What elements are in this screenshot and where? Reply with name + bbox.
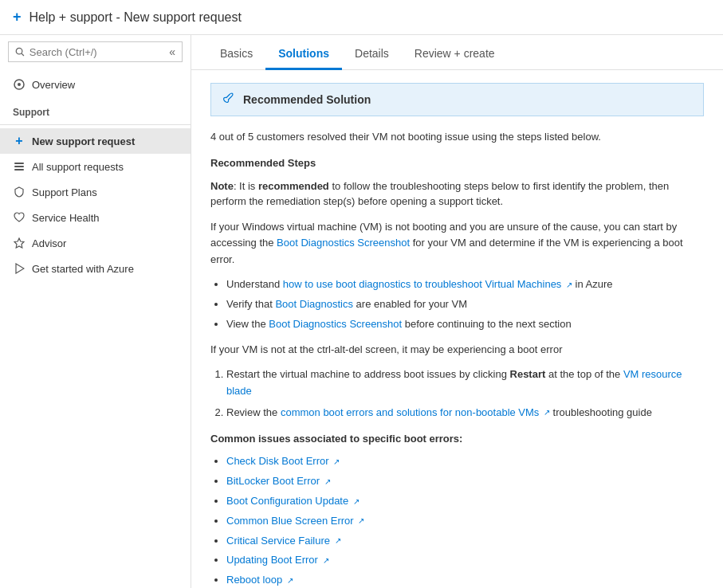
recommended-bold: recommended [258, 180, 329, 192]
ext-icon-7: ↗ [335, 536, 341, 545]
ext-icon-4: ↗ [324, 477, 331, 486]
svg-marker-7 [14, 238, 24, 248]
support-plans-icon [13, 186, 26, 198]
check-disk-item: Check Disk Boot Error ↗ [226, 453, 704, 470]
boot-diagnostics-link[interactable]: Boot Diagnostics [275, 298, 353, 310]
reboot-loop-item: Reboot loop ↗ [226, 572, 704, 588]
search-icon [15, 46, 25, 57]
boot-config-item: Boot Configuration Update ↗ [226, 493, 704, 510]
tab-solutions[interactable]: Solutions [265, 39, 342, 70]
para1: If your Windows virtual machine (VM) is … [210, 219, 704, 269]
sidebar-item-get-started[interactable]: Get started with Azure [0, 256, 191, 281]
blue-screen-link[interactable]: Common Blue Screen Error [226, 515, 354, 527]
ordered-list: Restart the virtual machine to address b… [226, 367, 704, 421]
search-box[interactable]: « [8, 41, 183, 62]
sidebar-label-support-plans: Support Plans [32, 186, 97, 198]
steps-heading: Recommended Steps [210, 155, 704, 172]
svg-rect-5 [14, 166, 24, 167]
search-input[interactable] [29, 46, 164, 58]
sidebar-label-overview: Overview [32, 79, 75, 91]
bullet-3: View the Boot Diagnostics Screenshot bef… [226, 316, 704, 333]
all-support-icon [13, 160, 26, 173]
collapse-icon[interactable]: « [169, 45, 175, 58]
svg-line-1 [22, 53, 24, 56]
sidebar: « Overview Support + New support request… [0, 35, 191, 588]
sidebar-label-all-support: All support requests [32, 161, 124, 173]
recommended-solution-banner: Recommended Solution [210, 83, 704, 116]
sidebar-item-new-support[interactable]: + New support request [0, 128, 191, 154]
vm-resource-blade-link[interactable]: VM resource blade [226, 368, 682, 397]
ext-icon-8: ↗ [323, 556, 329, 565]
bitlocker-item: BitLocker Boot Error ↗ [226, 473, 704, 490]
list-svg [14, 161, 25, 172]
play-svg [14, 263, 25, 274]
wrench-svg [222, 92, 235, 104]
sidebar-item-service-health[interactable]: Service Health [0, 205, 191, 230]
advisor-icon [13, 237, 26, 249]
svg-rect-4 [14, 163, 24, 164]
overview-icon [13, 78, 26, 91]
common-issues-heading: Common issues associated to specific boo… [210, 431, 704, 448]
tab-details[interactable]: Details [342, 39, 402, 70]
svg-rect-6 [14, 169, 24, 171]
divider [0, 124, 191, 125]
boot-diagnostics-screenshot-link2[interactable]: Boot Diagnostics Screenshot [269, 318, 402, 330]
ext-icon-9: ↗ [287, 576, 293, 585]
tab-basics[interactable]: Basics [207, 39, 265, 70]
ext-icon-6: ↗ [358, 516, 364, 525]
bullet-1: Understand how to use boot diagnostics t… [226, 276, 704, 293]
updating-boot-item: Updating Boot Error ↗ [226, 552, 704, 569]
common-issues-list: Check Disk Boot Error ↗ BitLocker Boot E… [226, 453, 704, 588]
star-svg [14, 237, 25, 249]
intro-text: 4 out of 5 customers resolved their VM n… [210, 129, 704, 146]
boot-diagnostics-troubleshoot-link[interactable]: how to use boot diagnostics to troublesh… [283, 278, 562, 290]
tabs-bar: Basics Solutions Details Review + create [191, 35, 723, 70]
boot-config-link[interactable]: Boot Configuration Update [226, 495, 348, 507]
ordered-item-2: Review the common boot errors and soluti… [226, 405, 704, 421]
overview-svg [14, 79, 25, 90]
shield-svg [14, 186, 25, 198]
updating-boot-link[interactable]: Updating Boot Error [226, 554, 318, 566]
sidebar-label-new-support: New support request [32, 135, 135, 147]
azure-icon: + [13, 9, 22, 25]
content-area: Basics Solutions Details Review + create… [191, 35, 723, 588]
bullet-2: Verify that Boot Diagnostics are enabled… [226, 296, 704, 313]
heart-svg [14, 212, 25, 223]
svg-marker-8 [16, 264, 24, 273]
reboot-loop-link[interactable]: Reboot loop [226, 574, 282, 586]
critical-service-item: Critical Service Failure ↗ [226, 533, 704, 550]
sidebar-label-advisor: Advisor [32, 237, 66, 249]
sidebar-item-overview[interactable]: Overview [0, 72, 191, 97]
sidebar-item-all-support[interactable]: All support requests [0, 154, 191, 179]
para2: If your VM is not at the ctrl-alt-del sc… [210, 342, 704, 359]
sidebar-item-support-plans[interactable]: Support Plans [0, 179, 191, 205]
critical-service-link[interactable]: Critical Service Failure [226, 535, 330, 547]
content-scroll[interactable]: Recommended Solution 4 out of 5 customer… [191, 70, 723, 588]
page-title: Help + support - New support request [29, 10, 242, 25]
bullets-list-1: Understand how to use boot diagnostics t… [226, 276, 704, 332]
boot-diagnostics-screenshot-link1[interactable]: Boot Diagnostics Screenshot [277, 237, 410, 249]
ext-icon-3: ↗ [333, 457, 340, 466]
tab-review-create[interactable]: Review + create [402, 39, 508, 70]
recommended-solution-title: Recommended Solution [243, 93, 371, 106]
note-label: Note [210, 180, 234, 192]
new-support-icon: + [13, 135, 26, 147]
wrench-icon [222, 92, 235, 108]
restart-bold: Restart [510, 368, 546, 380]
svg-point-0 [16, 48, 22, 54]
sidebar-label-service-health: Service Health [32, 212, 100, 224]
ext-icon-5: ↗ [353, 497, 360, 506]
common-boot-errors-link[interactable]: common boot errors and solutions for non… [281, 406, 539, 418]
svg-point-3 [18, 83, 21, 86]
service-health-icon [13, 211, 26, 224]
ordered-item-1: Restart the virtual machine to address b… [226, 367, 704, 400]
sidebar-label-get-started: Get started with Azure [32, 263, 134, 275]
bitlocker-link[interactable]: BitLocker Boot Error [226, 475, 320, 487]
check-disk-link[interactable]: Check Disk Boot Error [226, 455, 329, 467]
blue-screen-item: Common Blue Screen Error ↗ [226, 513, 704, 530]
note-text: Note: It is recommended to follow the tr… [210, 178, 704, 210]
support-section-label: Support [0, 97, 191, 121]
ext-icon-2: ↗ [544, 408, 550, 417]
ext-icon-1: ↗ [566, 280, 572, 289]
sidebar-item-advisor[interactable]: Advisor [0, 230, 191, 256]
